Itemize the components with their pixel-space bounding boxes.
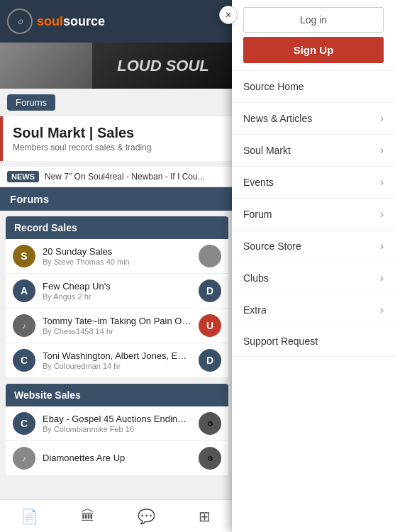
menu-item-label: Extra	[243, 304, 267, 316]
logo: ⊙ soulsource	[7, 9, 105, 34]
site-header: ⊙ soulsource	[0, 0, 234, 43]
close-button[interactable]: ×	[219, 6, 238, 24]
menu-item-label: Support Request	[243, 336, 318, 347]
record-sales-body: S 20 Sunday Sales By Steve Thomas 40 min…	[6, 239, 228, 378]
forum-item-title: Ebay - Gospel 45 Auctions Ending This S.…	[43, 414, 191, 424]
record-sales-header: Record Sales	[6, 216, 228, 239]
forum-item[interactable]: A Few Cheap Un's By Angus 2 hr D	[6, 274, 228, 309]
chevron-right-icon: ›	[380, 112, 384, 125]
banner: LOUD SOUL	[0, 43, 234, 89]
forum-item-text: Diamonettes Are Up	[43, 453, 191, 464]
avatar: C	[13, 412, 35, 435]
chevron-right-icon: ›	[380, 208, 384, 221]
menu-item-source-store[interactable]: Source Store ›	[232, 231, 395, 262]
menu-item-source-home[interactable]: Source Home	[232, 71, 395, 103]
news-tag: NEWS	[7, 171, 39, 182]
menu-item-clubs[interactable]: Clubs ›	[232, 262, 395, 294]
news-text: New 7" On Soul4real - Newban - If I Cou.…	[45, 172, 205, 182]
second-col-avatar: ⚙	[199, 447, 221, 470]
forum-item-text: Tommy Tate~im Taking On Pain Okeh De... …	[43, 316, 191, 336]
banner-car-image	[0, 43, 92, 89]
forum-item-title: Tommy Tate~im Taking On Pain Okeh De...	[43, 316, 191, 326]
nav-item-document[interactable]: 📄	[11, 502, 47, 531]
news-ticker: NEWS New 7" On Soul4real - Newban - If I…	[0, 167, 234, 187]
avatar: C	[13, 349, 35, 372]
overlay-menu-list: Source Home News & Articles › Soul Markt…	[232, 71, 395, 532]
second-col-avatar: D	[199, 349, 221, 372]
menu-item-label: Source Home	[243, 81, 304, 92]
chevron-right-icon: ›	[380, 144, 384, 157]
logo-icon: ⊙	[7, 9, 33, 34]
menu-item-extra[interactable]: Extra ›	[232, 294, 395, 326]
website-sales-body: C Ebay - Gospel 45 Auctions Ending This …	[6, 406, 228, 476]
forum-item-text: 20 Sunday Sales By Steve Thomas 40 min	[43, 246, 191, 266]
menu-item-soul-markt[interactable]: Soul Markt ›	[232, 135, 395, 167]
website-sales-header: Website Sales	[6, 384, 228, 406]
bottom-nav: 📄 🏛 💬 ⊞	[0, 499, 234, 532]
record-sales-group: Record Sales S 20 Sunday Sales By Steve …	[6, 216, 228, 378]
page-header: Soul Markt | Sales Members soul record s…	[0, 116, 234, 161]
avatar: S	[13, 245, 35, 267]
forums-section-header: Forums	[0, 187, 234, 211]
page-subtitle: Members soul record sales & trading	[13, 143, 224, 153]
menu-item-label: Forum	[243, 209, 272, 220]
forum-item-title: Diamonettes Are Up	[43, 453, 191, 463]
forum-item[interactable]: C Ebay - Gospel 45 Auctions Ending This …	[6, 406, 228, 441]
forum-item-meta: By Angus 2 hr	[43, 292, 191, 301]
website-sales-group: Website Sales C Ebay - Gospel 45 Auction…	[6, 384, 228, 476]
overlay-menu-panel: × Log in Sign Up Source Home News & Arti…	[232, 0, 395, 532]
avatar: ♪	[13, 314, 35, 337]
forum-item-meta: By Steve Thomas 40 min	[43, 257, 191, 266]
second-col-avatar	[199, 245, 221, 267]
forum-item-meta: By Colombianmike Feb 16	[43, 425, 191, 433]
second-col-avatar: ⚙	[199, 412, 221, 435]
forum-item-title: 20 Sunday Sales	[43, 246, 191, 257]
page-title: Soul Markt | Sales	[13, 125, 224, 141]
forum-item-title: Toni Washington, Albert Jones, Edward H.…	[43, 350, 191, 361]
menu-item-label: Source Store	[243, 240, 301, 252]
forum-item[interactable]: S 20 Sunday Sales By Steve Thomas 40 min	[6, 239, 228, 274]
menu-item-forum[interactable]: Forum ›	[232, 199, 395, 231]
logo-text: soulsource	[37, 14, 105, 29]
forum-item[interactable]: ♪ Tommy Tate~im Taking On Pain Okeh De..…	[6, 309, 228, 343]
menu-item-label: News & Articles	[243, 113, 312, 124]
menu-item-label: Events	[243, 177, 274, 188]
auth-section: Log in Sign Up	[232, 0, 395, 71]
forum-item-title: Few Cheap Un's	[43, 281, 191, 292]
forum-item-text: Toni Washington, Albert Jones, Edward H.…	[43, 350, 191, 370]
avatar: A	[13, 279, 35, 302]
forum-item-text: Ebay - Gospel 45 Auctions Ending This S.…	[43, 414, 191, 433]
nav-item-grid[interactable]: ⊞	[187, 502, 223, 531]
menu-item-events[interactable]: Events ›	[232, 167, 395, 199]
chevron-right-icon: ›	[380, 240, 384, 253]
menu-item-news-articles[interactable]: News & Articles ›	[232, 103, 395, 135]
nav-item-building[interactable]: 🏛	[70, 502, 106, 531]
sign-up-button[interactable]: Sign Up	[243, 37, 384, 63]
forum-item-meta: By Chess1458 14 hr	[43, 327, 191, 336]
forums-breadcrumb: Forums	[7, 94, 55, 111]
avatar: ♪	[13, 447, 35, 470]
forum-item-meta: By Colouredman 14 hr	[43, 362, 191, 370]
second-col-avatar: D	[199, 279, 221, 302]
menu-item-label: Clubs	[243, 272, 269, 284]
log-in-button[interactable]: Log in	[243, 7, 384, 33]
forum-item-text: Few Cheap Un's By Angus 2 hr	[43, 281, 191, 301]
chevron-right-icon: ›	[380, 272, 384, 284]
forum-item[interactable]: ♪ Diamonettes Are Up ⚙	[6, 441, 228, 476]
forum-item[interactable]: C Toni Washington, Albert Jones, Edward …	[6, 343, 228, 378]
menu-item-label: Soul Markt	[243, 145, 291, 156]
nav-item-chat[interactable]: 💬	[128, 502, 164, 531]
banner-text: LOUD SOUL	[117, 57, 209, 75]
background-page: ⊙ soulsource LOUD SOUL Forums Soul Markt…	[0, 0, 234, 532]
banner-text-area: LOUD SOUL	[92, 43, 234, 89]
second-col-avatar: U	[199, 314, 221, 337]
menu-item-support-request[interactable]: Support Request	[232, 326, 395, 357]
chevron-right-icon: ›	[380, 304, 384, 316]
chevron-right-icon: ›	[380, 176, 384, 189]
